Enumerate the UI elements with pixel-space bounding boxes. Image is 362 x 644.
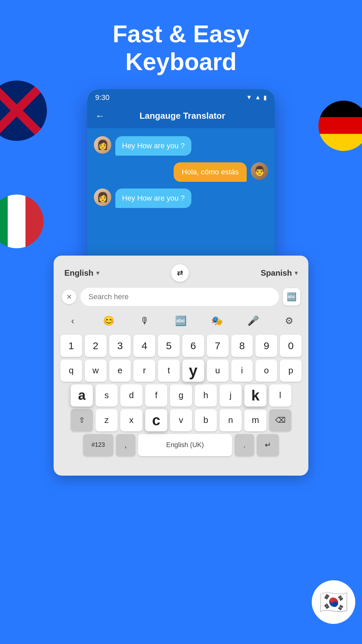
avatar-female-1: 👩 (94, 136, 111, 154)
back-button[interactable]: ← (95, 111, 105, 121)
source-lang-chevron-down-icon: ▾ (96, 269, 99, 277)
space-key[interactable]: English (UK) (138, 434, 232, 456)
chat-bubble-2: Hola, cómo estás 👨 (94, 162, 268, 182)
key-s[interactable]: s (96, 384, 118, 407)
key-e[interactable]: e (109, 360, 131, 382)
search-row: ✕ 🔤 (59, 285, 303, 309)
row-bottom: #123 , English (UK) . ↵ (60, 434, 302, 456)
delete-key[interactable]: ⌫ (269, 409, 291, 431)
key-1[interactable]: 1 (60, 335, 82, 357)
key-v[interactable]: v (170, 409, 192, 431)
chat-bubble-3: 👩 Hey How are you ? (94, 189, 268, 208)
swap-languages-button[interactable]: ⇄ (171, 264, 189, 282)
hero-title-line1: Fast & Easy (27, 20, 335, 48)
key-b[interactable]: b (195, 409, 217, 431)
settings-button[interactable]: ⚙ (280, 311, 299, 331)
app-title: Langauge Translator (111, 111, 253, 121)
row-asdf: a s d f g h j k l (60, 384, 302, 407)
key-4[interactable]: 4 (133, 335, 155, 357)
number-row: 1 2 3 4 5 6 7 8 9 0 (60, 335, 302, 357)
key-w[interactable]: w (85, 360, 107, 382)
key-u[interactable]: u (207, 360, 229, 382)
key-n[interactable]: n (220, 409, 242, 431)
source-language-button[interactable]: English ▾ (64, 268, 99, 278)
translate-button[interactable]: 🔤 (171, 311, 191, 331)
status-bar: 9:30 ▼ ▲ ▮ (87, 89, 275, 106)
chat-area: 👩 Hey How are you ? Hola, cómo estás 👨 👩… (87, 128, 275, 269)
key-i[interactable]: i (231, 360, 253, 382)
bubble-left-1: Hey How are you ? (115, 136, 191, 156)
source-language-label: English (64, 268, 94, 278)
key-d[interactable]: d (120, 384, 142, 407)
emoji-button[interactable]: 😊 (99, 311, 119, 331)
key-7[interactable]: 7 (207, 335, 229, 357)
mic-button[interactable]: 🎤 (243, 311, 263, 331)
de-flag-decoration (318, 101, 362, 151)
bubble-text-2: Hola, cómo estás (182, 168, 239, 176)
comma-key[interactable]: , (116, 434, 135, 456)
row-qwerty: q w e r t y u i o p (60, 360, 302, 382)
bubble-text-1: Hey How are you ? (122, 142, 185, 150)
key-f[interactable]: f (145, 384, 167, 407)
keys-section: 1 2 3 4 5 6 7 8 9 0 q w e r t y u i o p … (59, 333, 303, 460)
key-c[interactable]: c (145, 409, 167, 431)
close-search-button[interactable]: ✕ (62, 289, 76, 304)
key-t[interactable]: t (158, 360, 180, 382)
key-m[interactable]: m (244, 409, 266, 431)
avatar-male-2: 👨 (251, 162, 268, 180)
battery-icon: ▮ (263, 94, 267, 101)
key-o[interactable]: o (255, 360, 277, 382)
bubble-text-3: Hey How are you ? (122, 194, 185, 202)
key-9[interactable]: 9 (255, 335, 277, 357)
phone-mockup: 9:30 ▼ ▲ ▮ ← Langauge Translator 👩 Hey H… (87, 89, 275, 269)
period-key[interactable]: . (235, 434, 254, 456)
key-2[interactable]: 2 (85, 335, 107, 357)
key-a[interactable]: a (71, 384, 93, 407)
hero-title-line2: Keyboard (27, 48, 335, 76)
key-g[interactable]: g (170, 384, 192, 407)
key-r[interactable]: r (133, 360, 155, 382)
it-flag-decoration (0, 195, 44, 248)
key-h[interactable]: h (195, 384, 217, 407)
bubble-left-3: Hey How are you ? (115, 189, 191, 208)
key-6[interactable]: 6 (182, 335, 204, 357)
key-8[interactable]: 8 (231, 335, 253, 357)
app-header: ← Langauge Translator (87, 106, 275, 128)
key-p[interactable]: p (280, 360, 302, 382)
number-switch-key[interactable]: #123 (83, 434, 113, 456)
key-0[interactable]: 0 (280, 335, 302, 357)
enter-key[interactable]: ↵ (257, 434, 279, 456)
search-input[interactable] (80, 288, 279, 306)
status-icons: ▼ ▲ ▮ (246, 94, 267, 101)
shift-key[interactable]: ⇧ (71, 409, 93, 431)
bubble-right-2: Hola, cómo estás (174, 162, 247, 182)
keyboard-container: English ▾ ⇄ Spanish ▾ ✕ 🔤 ‹ 😊 🎙 🔤 🎭 🎤 ⚙ … (54, 256, 308, 476)
key-y[interactable]: y (182, 360, 204, 382)
key-5[interactable]: 5 (158, 335, 180, 357)
avatar-female-3: 👩 (94, 189, 111, 206)
target-language-button[interactable]: Spanish ▾ (261, 268, 298, 278)
key-j[interactable]: j (220, 384, 242, 407)
hero-title: Fast & Easy Keyboard (0, 0, 362, 89)
chat-bubble-1: 👩 Hey How are you ? (94, 136, 268, 156)
target-lang-chevron-down-icon: ▾ (295, 269, 298, 277)
key-z[interactable]: z (96, 409, 118, 431)
row-zxcvbnm: ⇧ z x c v b n m ⌫ (60, 409, 302, 431)
wifi-icon: ▼ (246, 94, 252, 101)
uk-flag-decoration (0, 80, 47, 141)
key-k[interactable]: k (244, 384, 266, 407)
keyboard-back-button[interactable]: ‹ (63, 311, 82, 331)
translate-icon-button[interactable]: 🔤 (283, 288, 300, 306)
kr-flag-decoration: 🇰🇷 (312, 580, 355, 624)
key-3[interactable]: 3 (109, 335, 131, 357)
signal-icon: ▲ (255, 94, 261, 101)
toolbar-row: ‹ 😊 🎙 🔤 🎭 🎤 ⚙ (59, 309, 303, 333)
voice-button[interactable]: 🎙 (135, 311, 155, 331)
key-l[interactable]: l (269, 384, 291, 407)
key-x[interactable]: x (120, 409, 142, 431)
bottom-bar (59, 460, 303, 470)
key-q[interactable]: q (60, 360, 82, 382)
language-selector-row: English ▾ ⇄ Spanish ▾ (59, 261, 303, 285)
sticker-button[interactable]: 🎭 (207, 311, 227, 331)
status-time: 9:30 (95, 93, 110, 102)
